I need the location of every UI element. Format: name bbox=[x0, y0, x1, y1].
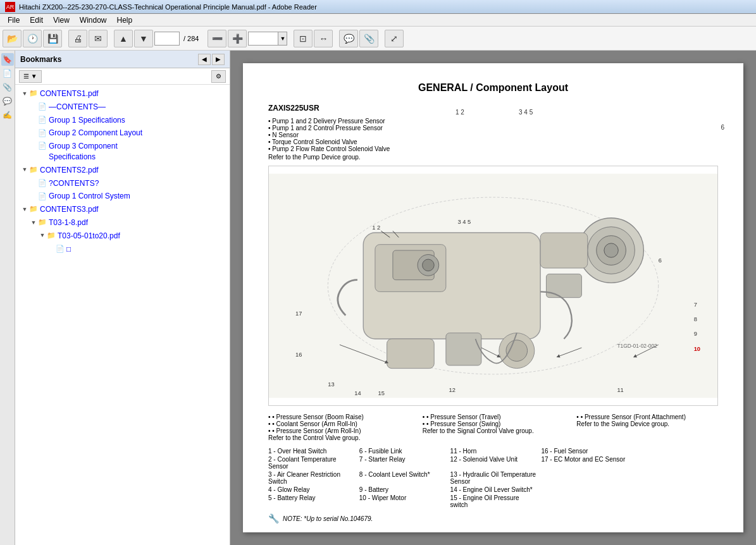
bookmark-contents1[interactable]: ▼ 📁 CONTENTS1.pdf bbox=[15, 87, 230, 101]
leaf-icon-group3-comp: 📄 bbox=[38, 141, 47, 151]
bookmarks-menu-button[interactable]: ☰ ▼ bbox=[19, 70, 42, 83]
note-icon: 🔧 bbox=[268, 513, 279, 524]
zoom-dropdown-button[interactable]: ▼ bbox=[278, 32, 287, 46]
top-label-5: • Pump 2 Flow Rate Control Solenoid Valv… bbox=[268, 145, 407, 152]
folder-icon-contents2: 📁 bbox=[29, 165, 38, 175]
note-text: NOTE: *Up to serial No.104679. bbox=[283, 515, 373, 522]
num-label-6: 6 bbox=[721, 124, 724, 131]
zoom-out-button[interactable]: ➖ bbox=[208, 30, 226, 47]
bookmark-contents3[interactable]: ▼ 📁 CONTENTS3.pdf bbox=[15, 203, 230, 216]
fit-width-button[interactable]: ↔ bbox=[314, 30, 333, 47]
menu-view[interactable]: View bbox=[48, 16, 75, 25]
bookmark-group2-comp[interactable]: 📄 Group 2 Component Layout bbox=[15, 126, 230, 140]
email-button[interactable]: ✉ bbox=[89, 30, 108, 47]
zoom-input[interactable]: 75% bbox=[248, 32, 278, 46]
svg-rect-11 bbox=[540, 233, 588, 268]
bookmark-contents-dash[interactable]: 📄 —CONTENTS— bbox=[15, 101, 230, 114]
signatures-icon[interactable]: ✍ bbox=[1, 109, 14, 121]
leaf-icon-contents-dash: 📄 bbox=[38, 102, 47, 112]
bookmark-group3-comp[interactable]: 📄 Group 3 ComponentSpecifications bbox=[15, 140, 230, 164]
num-item-12: 12 - Solenoid Valve Unit bbox=[450, 456, 536, 470]
open-button[interactable]: 📂 bbox=[3, 30, 22, 47]
menu-edit[interactable]: Edit bbox=[25, 16, 48, 25]
recent-button[interactable]: 🕐 bbox=[23, 30, 42, 47]
bookmarks-title: Bookmarks bbox=[20, 55, 61, 64]
comments-icon[interactable]: 💬 bbox=[1, 95, 14, 107]
next-page-button[interactable]: ▼ bbox=[134, 30, 153, 47]
num-item-1: 1 - Over Heat Switch bbox=[268, 448, 354, 455]
fit-page-button[interactable]: ⊡ bbox=[294, 30, 313, 47]
top-label-4: • Torque Control Solenoid Valve bbox=[268, 138, 407, 145]
prev-page-button[interactable]: ▲ bbox=[114, 30, 133, 47]
toolbar: 📂 🕐 💾 🖨 ✉ ▲ ▼ 30 / 284 ➖ ➕ 75% ▼ ⊡ ↔ 💬 📎… bbox=[0, 27, 756, 51]
bottom-right-labels: • • Pressure Sensor (Front Attachment) R… bbox=[576, 413, 718, 441]
bookmark-group1-spec[interactable]: 📄 Group 1 Specifications bbox=[15, 114, 230, 127]
menu-window[interactable]: Window bbox=[75, 16, 112, 25]
title-text: Hitachi ZX200--225-230-270-CLASS-Technic… bbox=[19, 3, 317, 11]
svg-text:17: 17 bbox=[295, 310, 302, 317]
svg-rect-12 bbox=[546, 274, 581, 297]
menu-file[interactable]: File bbox=[3, 16, 25, 25]
bm-label-1: • • Pressure Sensor (Travel) bbox=[423, 413, 564, 420]
bl-label-4: Refer to the Control Valve group. bbox=[268, 434, 410, 441]
pages-icon[interactable]: 📄 bbox=[1, 67, 14, 80]
save-button[interactable]: 💾 bbox=[43, 30, 62, 47]
page-number-input[interactable]: 30 bbox=[154, 32, 180, 46]
main-area: 🔖 📄 📎 💬 ✍ Bookmarks ◀ ▶ ☰ ▼ ⚙ ▼ 📁 CONTEN… bbox=[0, 51, 756, 545]
num-item-14: 14 - Engine Oil Lever Switch* bbox=[450, 486, 536, 493]
expand-icon-contents1: ▼ bbox=[20, 89, 29, 99]
svg-text:13: 13 bbox=[328, 381, 334, 388]
bookmarks-options-button[interactable]: ⚙ bbox=[211, 70, 226, 83]
attachments-icon[interactable]: 📎 bbox=[1, 81, 14, 94]
model-label: ZAXIS225USR bbox=[268, 104, 718, 113]
bookmark-t03-05[interactable]: ▼ 📁 T03-05-01to20.pdf bbox=[15, 230, 230, 243]
num-item-6: 6 - Fusible Link bbox=[359, 448, 445, 455]
svg-text:3  4  5: 3 4 5 bbox=[458, 219, 471, 225]
num-item-15: 15 - Engine Oil Pressure switch bbox=[450, 494, 536, 508]
attach-button[interactable]: 📎 bbox=[359, 30, 378, 47]
bookmark-label-leaf: □ bbox=[66, 244, 71, 255]
num-item-3: 3 - Air Cleaner Restriction Switch bbox=[268, 471, 354, 485]
bookmark-label-group2-comp: Group 2 Component Layout bbox=[49, 128, 142, 138]
engine-svg: 1 2 3 4 5 6 7 8 9 10 11 12 bbox=[269, 166, 717, 405]
svg-text:11: 11 bbox=[617, 387, 623, 393]
svg-text:6: 6 bbox=[659, 257, 662, 264]
expand-panel-button[interactable]: ▶ bbox=[212, 54, 225, 65]
num-item-8: 8 - Coolant Level Switch* bbox=[359, 471, 445, 485]
expand-icon-contents3: ▼ bbox=[20, 204, 29, 214]
title-bar: AR Hitachi ZX200--225-230-270-CLASS-Tech… bbox=[0, 0, 756, 14]
bookmark-label-contents-dash: —CONTENTS— bbox=[49, 102, 106, 113]
num-item-10: 10 - Wiper Motor bbox=[359, 494, 445, 508]
page-total: / 284 bbox=[181, 35, 201, 42]
top-label-1: • Pump 1 and 2 Delivery Pressure Sensor bbox=[268, 118, 407, 125]
svg-rect-14 bbox=[446, 333, 481, 365]
menu-help[interactable]: Help bbox=[112, 16, 138, 25]
top-label-3: • N Sensor bbox=[268, 132, 407, 138]
bookmark-leaf[interactable]: 📄 □ bbox=[15, 243, 230, 256]
num-item-4: 4 - Glow Relay bbox=[268, 486, 354, 493]
page-title: GENERAL / Component Layout bbox=[268, 82, 718, 94]
bookmark-label-group1-spec: Group 1 Specifications bbox=[49, 115, 125, 126]
svg-point-10 bbox=[604, 243, 618, 257]
bookmark-contents-q[interactable]: 📄 ?CONTENTS? bbox=[15, 177, 230, 190]
pdf-area[interactable]: GENERAL / Component Layout ZAXIS225USR •… bbox=[230, 51, 756, 545]
expand-icon-contents2: ▼ bbox=[20, 165, 29, 175]
bookmark-group1-ctrl[interactable]: 📄 Group 1 Control System bbox=[15, 190, 230, 203]
top-label-2: • Pump 1 and 2 Control Pressure Sensor bbox=[268, 125, 407, 132]
comment-button[interactable]: 💬 bbox=[339, 30, 358, 47]
leaf-icon-contents-q: 📄 bbox=[38, 178, 47, 188]
bookmark-t03-1-8[interactable]: ▼ 📁 T03-1-8.pdf bbox=[15, 216, 230, 230]
zoom-in-button[interactable]: ➕ bbox=[228, 30, 247, 47]
svg-text:1  2: 1 2 bbox=[372, 224, 380, 231]
svg-text:9: 9 bbox=[694, 331, 697, 337]
collapse-panel-button[interactable]: ◀ bbox=[198, 54, 211, 65]
expand-button[interactable]: ⤢ bbox=[385, 30, 404, 47]
menu-bar: File Edit View Window Help bbox=[0, 14, 756, 27]
bottom-mid-labels: • • Pressure Sensor (Travel) • • Pressur… bbox=[423, 413, 564, 441]
bookmarks-icon[interactable]: 🔖 bbox=[1, 53, 14, 66]
app-icon: AR bbox=[5, 2, 15, 12]
svg-text:12: 12 bbox=[449, 387, 455, 393]
bookmark-contents2[interactable]: ▼ 📁 CONTENTS2.pdf bbox=[15, 164, 230, 177]
bookmarks-header: Bookmarks ◀ ▶ bbox=[15, 51, 230, 68]
print-button[interactable]: 🖨 bbox=[68, 30, 87, 47]
